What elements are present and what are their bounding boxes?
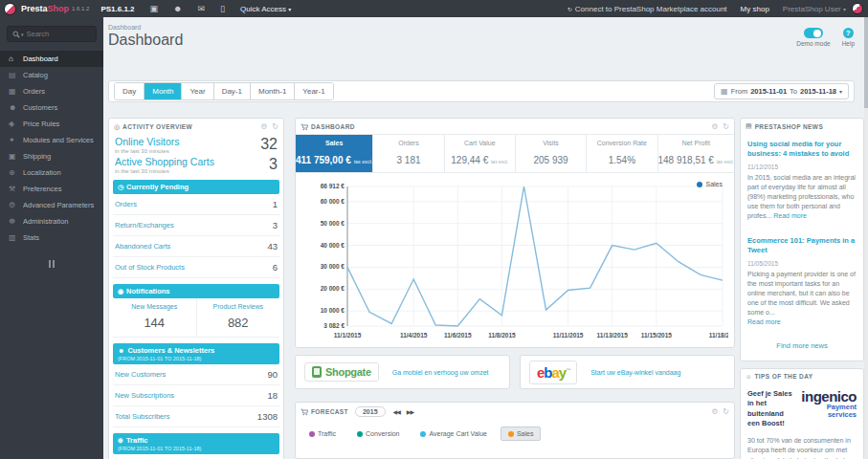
- new-messages-stat[interactable]: New Messages144: [113, 298, 196, 337]
- filter-month-button[interactable]: Month: [144, 83, 181, 99]
- caret-down-icon: ▾: [839, 88, 842, 95]
- refresh-icon[interactable]: ↻: [723, 407, 729, 416]
- shopgate-link[interactable]: Ga mobiel en verhoog uw omzet: [392, 369, 489, 376]
- out-of-stock-row[interactable]: Out of Stock Products6: [113, 257, 279, 278]
- date-range-picker[interactable]: ▦ From 2015-11-01 To 2015-11-18 ▾: [714, 83, 849, 99]
- read-more-link[interactable]: Read more: [747, 318, 781, 325]
- ebay-link[interactable]: Start uw eBay-winkel vandaag: [590, 369, 680, 376]
- sidebar-collapse-button[interactable]: [46, 260, 57, 268]
- marketplace-link[interactable]: ↻Connect to PrestaShop Marketplace accou…: [568, 5, 727, 13]
- forecast-chip-average-cart-value[interactable]: Average Cart Value: [412, 426, 494, 441]
- my-shop-link[interactable]: My shop: [741, 5, 769, 13]
- active-carts-stat: Active Shopping Cartsin the last 30 minu…: [109, 154, 283, 174]
- forecast-chip-traffic[interactable]: Traffic: [301, 426, 344, 441]
- search-input[interactable]: [27, 30, 82, 38]
- sidebar-item-shipping[interactable]: ▣Shipping: [0, 148, 103, 164]
- panel-title: PRESTASHOP NEWS: [755, 123, 858, 130]
- sidebar-item-localization[interactable]: ⊕Localization: [0, 164, 103, 181]
- forecast-chip-conversion[interactable]: Conversion: [349, 426, 407, 441]
- kpi-tab-conversion-rate[interactable]: Conversion Rate1.54%: [586, 135, 657, 172]
- article-headline-link[interactable]: Ecommerce 101: Payments in a Tweet: [747, 236, 857, 255]
- refresh-icon[interactable]: ↻: [723, 122, 729, 131]
- article-headline-link[interactable]: Using social media for your business: 4 …: [747, 140, 857, 159]
- pending-orders-row[interactable]: Orders1: [113, 194, 279, 215]
- date-to-value: 2015-11-18: [800, 87, 836, 96]
- ebay-banner: ebay™ Start uw eBay-winkel vandaag: [520, 355, 735, 389]
- abandoned-carts-row[interactable]: Abandoned Carts43: [113, 236, 279, 257]
- gear-icon[interactable]: ⚙: [711, 407, 718, 416]
- lightbulb-icon: ☼: [746, 373, 751, 380]
- cart-icon[interactable]: ▣: [150, 4, 159, 13]
- news-icon: ▤: [746, 122, 752, 130]
- svg-text:50 000 €: 50 000 €: [321, 220, 345, 227]
- svg-text:40 000 €: 40 000 €: [321, 242, 345, 249]
- kpi-tab-net-profit[interactable]: Net Profit148 918,51 € tax excl.: [657, 135, 735, 172]
- mobile-icon[interactable]: ▯: [220, 4, 225, 13]
- forecast-chip-sales[interactable]: Sales: [501, 426, 542, 441]
- forecast-panel: FORECAST 2015 ◀◀ ▶▶ ⚙↻ Traffic Conversio…: [295, 402, 735, 459]
- chart-legend[interactable]: Sales: [697, 181, 723, 187]
- svg-text:60 000 €: 60 000 €: [321, 198, 345, 205]
- next-year-button[interactable]: ▶▶: [407, 408, 413, 415]
- currently-pending-header: ◷Currently Pending: [113, 180, 279, 194]
- new-customers-row[interactable]: New Customers90: [113, 364, 279, 385]
- filter-month-1-button[interactable]: Month-1: [250, 83, 294, 99]
- gear-icon[interactable]: ⚙: [260, 122, 267, 131]
- read-more-link[interactable]: Read more: [773, 212, 807, 219]
- sidebar-item-price-rules[interactable]: ◈Price Rules: [0, 116, 103, 132]
- sidebar-item-catalog[interactable]: ▤Catalog: [0, 67, 103, 83]
- sidebar-item-preferences[interactable]: ⚒Preferences: [0, 181, 103, 197]
- sidebar-item-modules[interactable]: ✦Modules and Services: [0, 132, 103, 148]
- previous-year-button[interactable]: ◀◀: [393, 408, 400, 415]
- online-visitors-stat: Online Visitorsin the last 30 minutes 32: [109, 134, 283, 154]
- phone-icon: [312, 366, 322, 378]
- customer-icon[interactable]: ☻: [173, 4, 182, 13]
- sidebar-item-customers[interactable]: ☻Customers: [0, 99, 103, 116]
- refresh-icon[interactable]: ↻: [272, 122, 278, 131]
- new-subscriptions-row[interactable]: New Subscriptions18: [113, 385, 279, 406]
- sidebar: ▾ ⌂Dashboard ▤Catalog ▦Orders ☻Customers…: [0, 17, 103, 459]
- sidebar-item-administration[interactable]: ☸Administration: [0, 213, 103, 230]
- globe-icon: ⊕: [118, 437, 123, 444]
- find-more-news-link[interactable]: Find more news: [741, 336, 863, 361]
- forecast-year[interactable]: 2015: [355, 406, 386, 417]
- quick-access-menu[interactable]: Quick Access ▾: [240, 5, 291, 13]
- demo-mode-toggle[interactable]: [804, 28, 823, 38]
- messages-icon[interactable]: ✉: [198, 4, 206, 13]
- filter-day-button[interactable]: Day: [115, 83, 144, 99]
- help-icon[interactable]: ?: [843, 28, 854, 38]
- group-icon: ☻: [9, 103, 23, 112]
- user-avatar[interactable]: [852, 3, 863, 14]
- marketplace-icon: ↻: [568, 6, 572, 12]
- kpi-tab-sales[interactable]: Sales411 759,00 € tax excl.: [296, 135, 372, 172]
- sidebar-item-dashboard[interactable]: ⌂Dashboard: [0, 51, 103, 67]
- sidebar-item-advanced-parameters[interactable]: ⚙Advanced Parameters: [0, 197, 103, 213]
- gear-icon: ☸: [9, 217, 23, 226]
- filter-year-button[interactable]: Year: [181, 83, 212, 99]
- brand-name: Presta: [21, 4, 48, 13]
- product-reviews-stat[interactable]: Product Reviews882: [196, 298, 280, 337]
- sidebar-item-orders[interactable]: ▦Orders: [0, 83, 103, 99]
- filter-year-1-button[interactable]: Year-1: [294, 83, 332, 99]
- caret-down-icon: ▾: [843, 7, 846, 12]
- caret-down-icon[interactable]: ▾: [21, 32, 24, 37]
- pending-returns-row[interactable]: Return/Exchanges3: [113, 215, 279, 236]
- gear-icon[interactable]: ⚙: [711, 122, 718, 131]
- kpi-tab-cart-value[interactable]: Cart Value129,44 € tax excl.: [444, 135, 515, 172]
- sidebar-item-stats[interactable]: ▥Stats: [0, 230, 103, 246]
- average-cart-value-dot-icon: [420, 431, 426, 437]
- brand-version: 1.6.1.2: [72, 6, 89, 11]
- kpi-tab-visits[interactable]: Visits205 939: [515, 135, 586, 172]
- main-content: Dashboard Dashboard Demo mode ? Help Day…: [103, 17, 864, 459]
- scrollbar-thumb[interactable]: [864, 17, 868, 108]
- activity-overview-panel: ◎ ACTIVITY OVERVIEW ⚙↻ Online Visitorsin…: [108, 118, 284, 459]
- filter-day-1-button[interactable]: Day-1: [213, 83, 250, 99]
- kpi-tab-orders[interactable]: Orders3 181: [372, 135, 443, 172]
- breadcrumb[interactable]: Dashboard: [108, 24, 183, 31]
- total-subscribers-row[interactable]: Total Subscribers1308: [113, 406, 279, 427]
- user-menu[interactable]: PrestaShop User ▾: [783, 5, 846, 13]
- ingenico-logo: ingenico Paymentservices: [792, 389, 857, 429]
- google-analytics-link[interactable]: Link to your Google Analytics account: [113, 454, 279, 459]
- tags-icon: ◈: [9, 120, 23, 128]
- prestashop-logo: [4, 3, 16, 15]
